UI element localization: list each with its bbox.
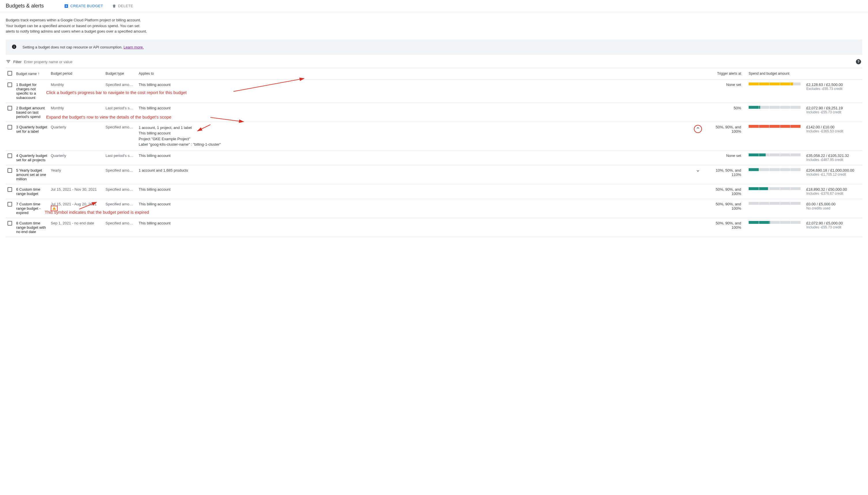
col-applies-to[interactable]: Applies to bbox=[137, 68, 692, 79]
trigger-alerts: None set bbox=[704, 150, 747, 165]
delete-button[interactable]: DELETE bbox=[112, 4, 133, 8]
intro-text: Budgets track expenses within a Google C… bbox=[6, 17, 147, 34]
create-budget-button[interactable]: CREATE BUDGET bbox=[64, 4, 103, 8]
row-checkbox[interactable] bbox=[7, 83, 12, 87]
row-checkbox[interactable] bbox=[7, 125, 12, 130]
budget-name[interactable]: 4 Quarterly budget set for all projects bbox=[14, 150, 49, 165]
budget-name[interactable]: 3 Quarterly budget set for a label bbox=[14, 122, 49, 150]
page-title: Budgets & alerts bbox=[6, 3, 44, 9]
applies-to: 1 account and 1,685 products bbox=[137, 165, 692, 184]
col-trigger-alerts[interactable]: Trigger alerts at bbox=[704, 68, 747, 79]
budget-type: Last period's s… bbox=[104, 150, 137, 165]
budget-name[interactable]: 2 Budget amount based on last period's s… bbox=[14, 103, 49, 122]
banner-text: Setting a budget does not cap resource o… bbox=[22, 45, 144, 49]
budget-type: Specified amo… bbox=[104, 79, 137, 103]
budget-type: Last period's s… bbox=[104, 103, 137, 122]
table-row[interactable]: 5 Yearly budget amount set at one millio… bbox=[6, 165, 862, 184]
progress-bar[interactable] bbox=[749, 202, 800, 205]
row-checkbox[interactable] bbox=[7, 187, 12, 192]
expand-button[interactable] bbox=[695, 168, 701, 175]
collapse-button[interactable] bbox=[695, 125, 701, 132]
table-row[interactable]: 4 Quarterly budget set for all projectsQ… bbox=[6, 150, 862, 165]
budget-name[interactable]: 7 Custom time range budget - expired bbox=[14, 199, 49, 218]
progress-bar[interactable] bbox=[749, 168, 800, 171]
budget-name[interactable]: 6 Custom time range budget bbox=[14, 184, 49, 199]
col-budget-period[interactable]: Budget period bbox=[49, 68, 104, 79]
help-icon[interactable]: ? bbox=[856, 59, 861, 64]
spend-amount: £35,058.22 / £105,321.32Includes -£487.9… bbox=[804, 150, 862, 165]
budget-name[interactable]: 1 Budget for charges not specific to a s… bbox=[14, 79, 49, 103]
svg-rect-2 bbox=[14, 46, 14, 48]
budget-period: Monthly bbox=[49, 79, 104, 103]
svg-rect-3 bbox=[14, 45, 14, 46]
info-icon bbox=[12, 44, 17, 50]
spend-amount: £2,072.90 / £9,251.19Includes -£55.73 cr… bbox=[804, 103, 862, 122]
table-row[interactable]: 2 Budget amount based on last period's s… bbox=[6, 103, 862, 122]
applies-to: 1 account, 1 project, and 1 labelThis bi… bbox=[137, 122, 692, 150]
applies-to: This billing account bbox=[137, 218, 692, 237]
progress-bar[interactable] bbox=[749, 221, 800, 224]
filter-label: Filter bbox=[13, 60, 22, 64]
svg-rect-4 bbox=[54, 208, 54, 208]
col-budget-type[interactable]: Budget type bbox=[104, 68, 137, 79]
col-spend[interactable]: Spend and budget amount bbox=[747, 68, 804, 79]
plus-icon bbox=[64, 4, 69, 8]
budget-period: Monthly bbox=[49, 103, 104, 122]
budget-type: Specified amo… bbox=[104, 122, 137, 150]
trigger-alerts: 50%, 90%, and 100% bbox=[704, 218, 747, 237]
page-header: Budgets & alerts CREATE BUDGET DELETE bbox=[0, 0, 868, 12]
budget-period: Sep 1, 2021 - no end date bbox=[49, 218, 104, 237]
table-row[interactable]: 3 Quarterly budget set for a labelQuarte… bbox=[6, 122, 862, 150]
filter-icon bbox=[6, 59, 11, 65]
progress-bar[interactable] bbox=[749, 83, 800, 85]
table-row[interactable]: 6 Custom time range budgetJul 15, 2021 -… bbox=[6, 184, 862, 199]
spend-amount: £142.00 / £10.00Includes -£365.53 credit bbox=[804, 122, 862, 150]
budget-type: Specified amo… bbox=[104, 165, 137, 184]
spend-amount: £2,072.90 / £5,000.00Includes -£55.73 cr… bbox=[804, 218, 862, 237]
select-all-checkbox[interactable] bbox=[7, 71, 12, 75]
table-row[interactable]: 1 Budget for charges not specific to a s… bbox=[6, 79, 862, 103]
table-row[interactable]: 8 Custom time range budget with no end d… bbox=[6, 218, 862, 237]
spend-amount: £18,890.32 / £50,000.00Includes -£376.67… bbox=[804, 184, 862, 199]
applies-to: This billing account bbox=[137, 103, 692, 122]
progress-bar[interactable] bbox=[749, 187, 800, 190]
progress-bar[interactable] bbox=[749, 153, 800, 156]
row-checkbox[interactable] bbox=[7, 153, 12, 158]
filter-input[interactable] bbox=[24, 60, 862, 64]
budget-name[interactable]: 5 Yearly budget amount set at one millio… bbox=[14, 165, 49, 184]
budget-type: Specified amo… bbox=[104, 218, 137, 237]
applies-to: This billing account bbox=[137, 150, 692, 165]
spend-amount: £2,128.63 / £2,500.00Excludes -£55.73 cr… bbox=[804, 79, 862, 103]
trigger-alerts: None set bbox=[704, 79, 747, 103]
create-budget-label: CREATE BUDGET bbox=[70, 4, 103, 8]
budget-period: Quarterly bbox=[49, 150, 104, 165]
budget-name[interactable]: 8 Custom time range budget with no end d… bbox=[14, 218, 49, 237]
table-row[interactable]: 7 Custom time range budget - expiredJul … bbox=[6, 199, 862, 218]
applies-to: This billing account bbox=[137, 199, 692, 218]
trigger-alerts: 10%, 50%, and 110% bbox=[704, 165, 747, 184]
info-banner: Setting a budget does not cap resource o… bbox=[6, 39, 862, 55]
trigger-alerts: 50%, 90%, and 100% bbox=[704, 122, 747, 150]
sort-asc-icon: ↑ bbox=[38, 71, 40, 76]
warning-icon bbox=[52, 206, 57, 211]
applies-to: This billing account bbox=[137, 184, 692, 199]
row-checkbox[interactable] bbox=[7, 168, 12, 173]
trigger-alerts: 50% bbox=[704, 103, 747, 122]
spend-amount: £204,690.18 / £1,000,000.00Includes -£1,… bbox=[804, 165, 862, 184]
learn-more-link[interactable]: Learn more. bbox=[124, 45, 144, 49]
trash-icon bbox=[112, 4, 117, 8]
budget-type: Specified amo… bbox=[104, 199, 137, 218]
progress-bar[interactable] bbox=[749, 106, 800, 109]
progress-bar[interactable] bbox=[749, 125, 800, 128]
col-budget-name[interactable]: Budget name ↑ bbox=[14, 68, 49, 79]
svg-rect-5 bbox=[54, 209, 54, 209]
spend-amount: £0.00 / £5,000.00No credits used bbox=[804, 199, 862, 218]
budget-period: Jul 15, 2021 - Nov 30, 2021 bbox=[49, 184, 104, 199]
budget-type: Specified amo… bbox=[104, 184, 137, 199]
row-checkbox[interactable] bbox=[7, 221, 12, 226]
row-checkbox[interactable] bbox=[7, 202, 12, 207]
budget-period: Yearly bbox=[49, 165, 104, 184]
trigger-alerts: 50%, 90%, and 100% bbox=[704, 184, 747, 199]
row-checkbox[interactable] bbox=[7, 106, 12, 110]
filter-bar: Filter ? bbox=[6, 55, 862, 68]
